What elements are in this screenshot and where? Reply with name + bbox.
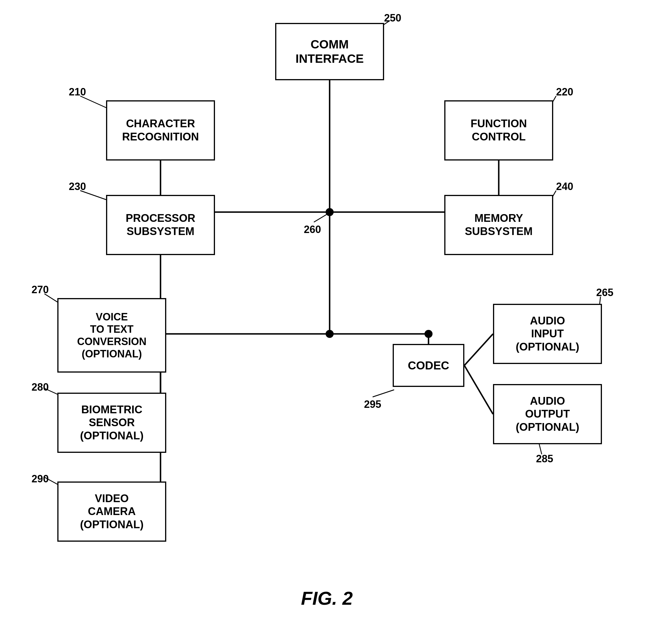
comm-interface-box: COMM INTERFACE xyxy=(275,23,384,80)
video-camera-label: VIDEOCAMERA(OPTIONAL) xyxy=(80,492,144,531)
svg-line-39 xyxy=(539,443,542,454)
voice-to-text-label: VOICETO TEXTCONVERSION(OPTIONAL) xyxy=(77,311,146,360)
label-240: 240 xyxy=(556,181,573,192)
svg-line-29 xyxy=(464,366,493,414)
character-recognition-label: CHARACTERRECOGNITION xyxy=(122,117,199,143)
function-control-box: FUNCTIONCONTROL xyxy=(444,100,553,160)
label-220: 220 xyxy=(556,86,573,98)
audio-input-box: AUDIOINPUT(OPTIONAL) xyxy=(493,304,602,364)
fig-caption-text: FIG. 2 xyxy=(301,588,353,609)
svg-point-27 xyxy=(425,330,432,338)
audio-input-label: AUDIOINPUT(OPTIONAL) xyxy=(516,314,579,354)
label-260: 260 xyxy=(304,224,321,235)
processor-subsystem-label: PROCESSORSUBSYSTEM xyxy=(126,212,196,238)
codec-label: CODEC xyxy=(408,359,449,372)
diagram-container: COMM INTERFACE CHARACTERRECOGNITION FUNC… xyxy=(0,0,669,644)
label-270: 270 xyxy=(31,284,49,296)
label-290: 290 xyxy=(31,473,49,485)
audio-output-box: AUDIOOUTPUT(OPTIONAL) xyxy=(493,384,602,444)
svg-point-7 xyxy=(326,208,333,216)
voice-to-text-box: VOICETO TEXTCONVERSION(OPTIONAL) xyxy=(57,298,166,373)
processor-subsystem-box: PROCESSORSUBSYSTEM xyxy=(106,195,215,255)
video-camera-box: VIDEOCAMERA(OPTIONAL) xyxy=(57,482,166,542)
svg-point-13 xyxy=(326,330,333,338)
label-250: 250 xyxy=(384,12,401,24)
label-295: 295 xyxy=(364,398,381,411)
comm-interface-label: COMM INTERFACE xyxy=(276,37,383,66)
function-control-label: FUNCTIONCONTROL xyxy=(471,117,527,143)
fig-caption: FIG. 2 xyxy=(301,588,353,609)
memory-subsystem-box: MEMORYSUBSYSTEM xyxy=(444,195,553,255)
character-recognition-box: CHARACTERRECOGNITION xyxy=(106,100,215,160)
audio-output-label: AUDIOOUTPUT(OPTIONAL) xyxy=(516,395,579,434)
svg-line-41 xyxy=(373,390,394,397)
label-280: 280 xyxy=(31,381,49,393)
label-285: 285 xyxy=(536,453,553,465)
codec-box: CODEC xyxy=(393,344,464,387)
biometric-sensor-label: BIOMETRICSENSOR(OPTIONAL) xyxy=(80,403,144,443)
svg-line-35 xyxy=(314,214,327,222)
biometric-sensor-box: BIOMETRICSENSOR(OPTIONAL) xyxy=(57,393,166,453)
label-265: 265 xyxy=(596,287,613,299)
svg-line-28 xyxy=(464,334,493,366)
memory-subsystem-label: MEMORYSUBSYSTEM xyxy=(465,212,532,238)
label-210: 210 xyxy=(69,86,86,98)
label-230: 230 xyxy=(69,181,86,192)
